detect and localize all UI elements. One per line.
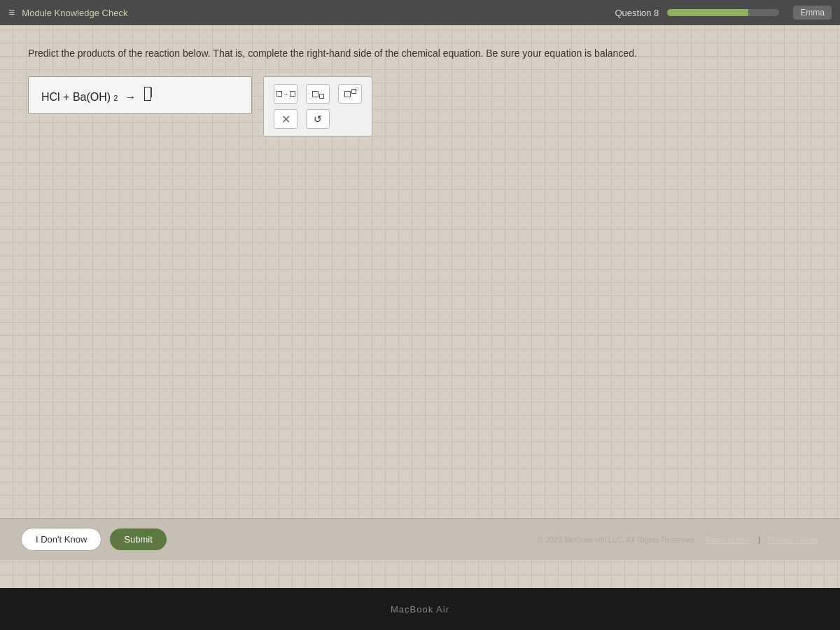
superscript-icon xyxy=(344,91,356,97)
subscript-arrow-btn[interactable]: → xyxy=(274,84,298,104)
question-text: Predict the products of the reaction bel… xyxy=(28,46,812,61)
progress-bar-fill xyxy=(667,9,748,16)
dont-know-button[interactable]: I Don't Know xyxy=(21,528,102,551)
subscript-arrow-icon: → xyxy=(276,90,295,97)
app-title: Module Knowledge Check xyxy=(22,8,615,18)
submit-button[interactable]: Submit xyxy=(110,528,166,550)
equation-formula: HCl + Ba(OH)2 → xyxy=(41,87,151,104)
bottom-action-bar: I Don't Know Submit © 2023 McGraw Hill L… xyxy=(0,518,840,560)
arrow: → xyxy=(125,91,136,104)
subscript-2: 2 xyxy=(113,94,118,102)
footer-separator: | xyxy=(758,536,760,544)
clear-btn[interactable]: ✕ xyxy=(274,109,298,129)
page-wrapper: ≡ Module Knowledge Check Question 8 Emma… xyxy=(0,0,840,630)
equation-box[interactable]: HCl + Ba(OH)2 → xyxy=(28,76,252,114)
toolbar-row-2: ✕ ↺ xyxy=(274,109,362,129)
question-label: Question 8 xyxy=(615,8,659,18)
main-content: Predict the products of the reaction bel… xyxy=(0,25,840,588)
undo-icon: ↺ xyxy=(314,113,322,125)
toolbar-panel: → xyxy=(263,76,372,136)
macbook-bar: MacBook Air xyxy=(0,588,840,630)
menu-icon[interactable]: ≡ xyxy=(8,6,15,19)
top-bar: ≡ Module Knowledge Check Question 8 Emma xyxy=(0,0,840,25)
content-inner: Predict the products of the reaction bel… xyxy=(0,25,840,150)
superscript-btn[interactable]: □ xyxy=(338,84,362,104)
privacy-link[interactable]: Privacy Center xyxy=(769,536,819,544)
user-label: Emma xyxy=(793,6,832,20)
subscript-stack-btn[interactable] xyxy=(306,84,330,104)
answer-cursor[interactable] xyxy=(144,87,151,101)
macbook-label: MacBook Air xyxy=(391,604,449,615)
subscript-stack-icon xyxy=(312,91,324,97)
toolbar-row-1: → xyxy=(274,84,362,104)
x-icon: ✕ xyxy=(281,113,290,126)
progress-bar-container xyxy=(667,9,779,16)
content-wrapper: Predict the products of the reaction bel… xyxy=(0,25,840,588)
equation-area: HCl + Ba(OH)2 → → xyxy=(28,76,812,136)
copyright-text: © 2023 McGraw Hill LLC. All Rights Reser… xyxy=(538,536,696,544)
undo-btn[interactable]: ↺ xyxy=(306,109,330,129)
hcl-text: HCl + Ba(OH) xyxy=(41,91,111,104)
terms-link[interactable]: Terms of Use xyxy=(704,536,750,544)
